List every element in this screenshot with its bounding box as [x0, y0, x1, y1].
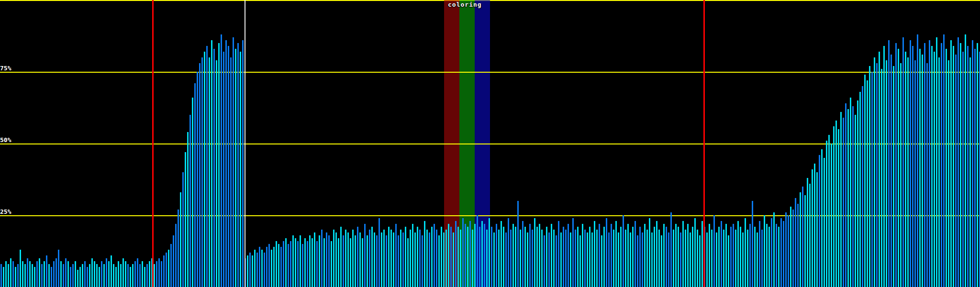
bar-75	[180, 192, 181, 287]
bar-119	[285, 238, 287, 287]
bar-162	[388, 227, 390, 287]
bar-216	[517, 201, 519, 287]
bar-361	[864, 75, 866, 287]
bar-172	[412, 224, 413, 287]
bar-292	[699, 235, 701, 287]
bar-182	[436, 230, 437, 287]
bar-5	[12, 261, 14, 287]
gridline-100	[0, 0, 980, 1]
bar-218	[522, 221, 523, 287]
bar-147	[352, 230, 354, 287]
bar-205	[491, 227, 492, 287]
bar-71	[170, 244, 172, 287]
bar-22	[53, 261, 55, 287]
bar-369	[883, 46, 885, 287]
bar-9	[22, 261, 23, 287]
bar-84	[201, 57, 203, 287]
bar-388	[929, 40, 930, 287]
bar-160	[383, 230, 385, 287]
bar-60	[144, 267, 145, 287]
bar-185	[443, 232, 445, 287]
bar-76	[182, 172, 184, 287]
bar-139	[333, 230, 334, 287]
bar-107	[256, 253, 258, 287]
bar-344	[824, 158, 825, 287]
bar-198	[474, 224, 476, 287]
bar-38	[91, 258, 93, 287]
bar-152	[364, 224, 366, 287]
bar-100	[240, 52, 241, 287]
bar-163	[390, 230, 392, 287]
bar-11	[27, 258, 28, 287]
bar-51	[122, 258, 124, 287]
bar-106	[254, 250, 256, 287]
bar-81	[194, 83, 196, 287]
bar-371	[888, 40, 890, 287]
bar-368	[881, 69, 882, 287]
bar-144	[345, 230, 346, 287]
bar-180	[431, 227, 433, 287]
bar-103	[247, 255, 248, 287]
bar-280	[670, 212, 672, 287]
bar-1	[3, 267, 4, 287]
bar-156	[374, 232, 375, 287]
bar-104	[249, 253, 251, 287]
bar-306	[733, 224, 734, 287]
bar-47	[113, 264, 114, 287]
bar-297	[711, 230, 713, 287]
bar-395	[946, 49, 947, 287]
bar-335	[802, 187, 803, 287]
bar-83	[199, 63, 200, 287]
bar-325	[778, 227, 780, 287]
bar-188	[450, 227, 452, 287]
bar-49	[118, 261, 119, 287]
bar-44	[106, 258, 107, 287]
bar-82	[197, 72, 198, 287]
bar-130	[312, 238, 313, 287]
bar-79	[189, 115, 191, 287]
bar-261	[625, 230, 626, 287]
bar-121	[290, 241, 291, 287]
marker-line-red-left	[152, 0, 154, 287]
bar-319	[764, 215, 765, 287]
bar-95	[228, 46, 229, 287]
bar-117	[280, 247, 282, 287]
bar-64	[154, 264, 155, 287]
bar-53	[127, 264, 129, 287]
bar-13	[32, 264, 33, 287]
bar-314	[752, 201, 753, 287]
bar-8	[20, 250, 21, 287]
bar-19	[46, 255, 47, 287]
bar-331	[792, 210, 794, 287]
bar-322	[771, 218, 772, 287]
bar-171	[410, 230, 411, 287]
bar-285	[682, 221, 684, 287]
bar-273	[654, 227, 655, 287]
bar-406	[972, 40, 973, 287]
bar-33	[79, 267, 81, 287]
bar-98	[235, 49, 236, 287]
bar-359	[859, 92, 861, 287]
bar-43	[103, 264, 105, 287]
bar-34	[82, 264, 83, 287]
bar-124	[297, 241, 299, 287]
bar-195	[467, 227, 468, 287]
bar-127	[304, 238, 306, 287]
bar-25	[60, 261, 62, 287]
bar-351	[840, 112, 842, 287]
bar-150	[359, 232, 361, 287]
bar-17	[41, 264, 43, 287]
bar-109	[261, 250, 263, 287]
bar-349	[835, 121, 837, 287]
bar-393	[941, 43, 942, 287]
bar-111	[266, 247, 267, 287]
bar-202	[484, 224, 485, 287]
bar-20	[48, 264, 50, 287]
bar-125	[300, 235, 301, 287]
bar-367	[879, 52, 880, 287]
bar-112	[268, 244, 270, 287]
bar-69	[166, 253, 167, 287]
bar-254	[608, 232, 610, 287]
bar-279	[668, 232, 669, 287]
bar-305	[730, 227, 732, 287]
